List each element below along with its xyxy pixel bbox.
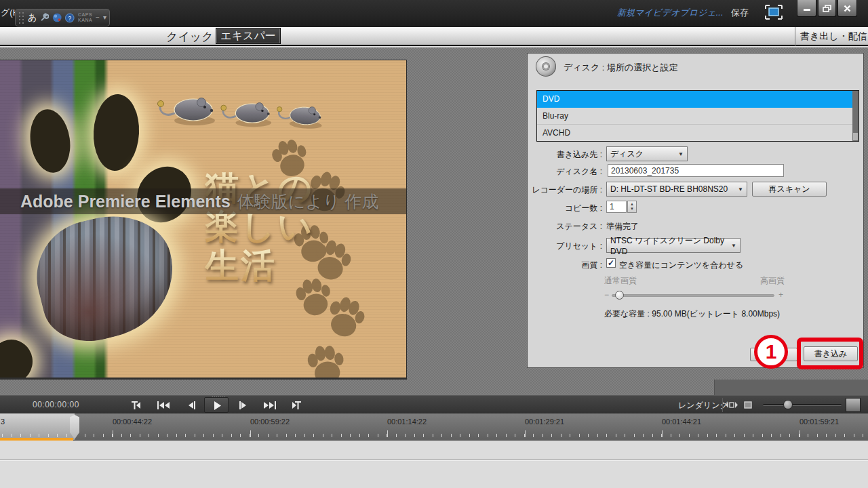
svg-text:?: ? (68, 15, 72, 21)
recorder-location-label: レコーダーの場所 : (528, 184, 602, 196)
disc-type-option-dvd[interactable]: DVD (537, 91, 854, 108)
trial-watermark: Adobe Premiere Elements 体験版により 作成 (0, 188, 407, 214)
check-icon: ✓ (608, 258, 614, 268)
rescan-button[interactable]: 再スキャン (752, 182, 827, 197)
annotation-step-number: 1 (766, 340, 777, 363)
chevron-down-icon: ▼ (731, 243, 736, 249)
ime-drag-handle-icon[interactable] (18, 12, 24, 24)
preset-label: プリセット : (528, 241, 602, 252)
chevron-down-icon: ▼ (678, 151, 684, 157)
tab-quick[interactable]: クイック (166, 29, 214, 45)
watermark-brand-text: Adobe Premiere Elements (20, 192, 231, 211)
marker-icon[interactable] (742, 399, 754, 411)
copies-input[interactable]: 1 (606, 201, 627, 213)
save-button[interactable]: 保存 (731, 7, 749, 19)
timeline-ruler[interactable]: 3 00:00:44:22 00:00:59:22 00:01:14:22 00… (0, 413, 868, 441)
step-forward-button[interactable] (234, 399, 252, 411)
spinner-up-icon[interactable]: ▲ (628, 202, 636, 207)
capacity-text: 必要な容量 : 95.00 MB(ビットレート 8.00Mbps) (604, 308, 780, 320)
export-share-label: 書き出し・配信 (800, 30, 867, 41)
disc-name-input[interactable]: 20130603_201735 (608, 164, 784, 177)
step-back-button[interactable] (182, 399, 200, 411)
quality-label: 画質 : (528, 260, 602, 271)
status-value: 準備完了 (606, 221, 639, 232)
fit-contents-label: 空き容量にコンテンツを合わせる (619, 260, 743, 271)
ime-kana-label[interactable]: KANA (78, 18, 92, 23)
slider-minus-label: − (604, 290, 609, 300)
zoom-fit-button[interactable] (846, 398, 861, 412)
transport-bar: 00:00:00:00 レンダリング (0, 395, 868, 413)
disc-icon (536, 56, 556, 77)
render-button[interactable]: レンダリング (678, 400, 728, 411)
disc-name-label: ディスク名 : (528, 166, 602, 178)
recorder-location-value: D: HL-DT-ST BD-RE BH08NS20 (610, 184, 728, 194)
monitor-icon[interactable] (765, 5, 783, 20)
status-label: ステータス : (528, 221, 602, 232)
window-close-button[interactable] (837, 0, 857, 17)
play-button[interactable] (204, 397, 229, 413)
tabbar-divider (795, 27, 795, 46)
disc-type-option-avchd[interactable]: AVCHD (537, 125, 854, 142)
trim-mode-icon[interactable] (724, 399, 739, 411)
ime-caps-kana[interactable]: CAPS KANA (78, 12, 92, 23)
menu-title-line: 生活 (205, 243, 327, 289)
annotation-step-badge: 1 (754, 335, 788, 369)
work-area-bar[interactable] (0, 438, 73, 441)
preset-dropdown[interactable]: NTSC ワイドスクリーン Dolby DVD ▼ (606, 238, 741, 253)
ime-input-mode-icon[interactable]: あ (28, 12, 37, 24)
wrench-icon[interactable] (40, 13, 49, 22)
ruler-ticks (0, 413, 868, 441)
quality-slider-handle[interactable] (615, 291, 624, 300)
annotation-highlight-box (797, 338, 863, 369)
ime-language-bar[interactable]: あ ? CAPS KANA − ▾ (15, 9, 110, 26)
title-bar: グ(H) あ ? CAPS KANA − ▾ 新規マイビデオプロジェ.. (0, 0, 868, 27)
burn-to-label: 書き込み先 : (528, 149, 602, 161)
burn-disc-dialog: ディスク : 場所の選択と設定 DVD Blu-ray AVCHD 書き込み先 … (527, 53, 864, 368)
panel-edge (714, 380, 868, 395)
copies-stepper[interactable]: ▲ ▼ (627, 201, 637, 213)
copies-value: 1 (610, 202, 614, 211)
window-minimize-button[interactable] (797, 0, 816, 17)
zoom-slider-track[interactable] (763, 404, 842, 406)
paw-trail-graphic (0, 60, 407, 380)
slider-plus-label: + (778, 290, 783, 300)
preset-value: NTSC ワイドスクリーン Dolby DVD (610, 235, 731, 256)
watermark-suffix-text: 体験版により 作成 (237, 190, 379, 213)
chevron-down-icon: ▼ (738, 186, 743, 192)
disc-menu-preview: 猫との 楽しい 生活 Adobe Premiere Elements 体験版によ… (0, 60, 407, 380)
copies-label: コピー数 : (528, 203, 602, 214)
mode-tab-bar: クイック エキスパート 書き出し・配信 ▼ (0, 27, 868, 46)
spinner-down-icon[interactable]: ▼ (628, 207, 636, 211)
list-scrollbar-thumb[interactable] (853, 133, 858, 140)
toolbar-divider (722, 398, 723, 412)
ime-help-icon[interactable]: ? (65, 13, 75, 23)
window-restore-button[interactable] (818, 0, 836, 17)
list-scrollbar[interactable] (852, 91, 859, 141)
ime-minimize-icon[interactable]: − (96, 14, 100, 21)
quality-slider-track[interactable] (612, 294, 774, 297)
rewind-button[interactable] (155, 399, 172, 411)
burn-to-value: ディスク (610, 148, 644, 160)
disc-name-value: 20130603_201735 (611, 166, 679, 176)
dialog-title: ディスク : 場所の選択と設定 (564, 62, 678, 74)
ime-caps-label[interactable]: CAPS (78, 12, 92, 18)
ime-expand-icon[interactable]: ▾ (103, 14, 106, 21)
recorder-location-dropdown[interactable]: D: HL-DT-ST BD-RE BH08NS20 ▼ (606, 182, 747, 197)
quality-high-label: 高画質 (760, 275, 785, 287)
ime-sphere-icon[interactable] (52, 12, 62, 23)
fit-contents-checkbox[interactable]: ✓ (606, 258, 616, 268)
go-to-next-edit-button[interactable] (288, 399, 306, 411)
quality-low-label: 通常画質 (604, 275, 637, 287)
project-title: 新規マイビデオプロジェ... (617, 7, 724, 19)
disc-type-option-bluray[interactable]: Blu-ray (537, 108, 854, 125)
timeline-tracks-area (0, 441, 868, 488)
zoom-slider-handle[interactable] (783, 400, 793, 409)
track-divider (0, 460, 868, 460)
fast-forward-button[interactable] (261, 399, 279, 411)
app-window: グ(H) あ ? CAPS KANA − ▾ 新規マイビデオプロジェ.. (0, 0, 868, 488)
tab-expert[interactable]: エキスパート (216, 28, 281, 44)
burn-to-dropdown[interactable]: ディスク ▼ (606, 146, 688, 161)
go-to-previous-edit-button[interactable] (127, 399, 144, 411)
disc-type-list[interactable]: DVD Blu-ray AVCHD (536, 90, 859, 142)
current-timecode: 00:00:00:00 (33, 400, 79, 409)
